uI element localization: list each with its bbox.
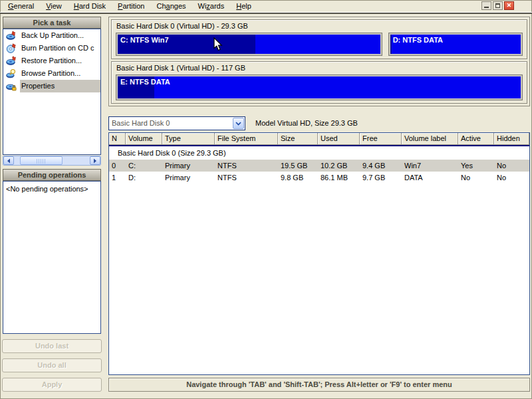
disk-1-section: Basic Hard Disk 1 (Virtual HD) - 117 GB …	[111, 61, 527, 104]
task-item-burn-partition-cd[interactable]: Burn Partition on CD c	[3, 42, 100, 55]
table-cell: No	[458, 172, 494, 184]
menu-help[interactable]: Help	[230, 1, 257, 11]
partition-label: C: NTFS Win7	[120, 36, 169, 44]
task-label: Burn Partition on CD c	[20, 42, 100, 55]
table-cell: DATA	[402, 172, 458, 184]
task-item-backup-partition[interactable]: Back Up Partition...	[3, 29, 100, 42]
table-row[interactable]: 0 C: Primary NTFS 19.5 GB 10.2 GB 9.4 GB…	[109, 160, 529, 172]
partition-bar-c[interactable]: C: NTFS Win7	[116, 33, 382, 56]
menu-wizards[interactable]: Wizards	[192, 1, 231, 11]
pending-operations-header: Pending operations	[3, 169, 101, 181]
mouse-cursor	[213, 37, 223, 52]
restore-partition-icon	[6, 56, 17, 66]
table-cell: 19.5 GB	[278, 160, 318, 172]
task-label: Back Up Partition...	[20, 29, 100, 42]
partition-bar-e[interactable]: E: NTFS DATA	[116, 74, 523, 100]
disk-0-title: Basic Hard Disk 0 (Virtual HD) - 29.3 GB	[112, 20, 527, 30]
task-item-restore-partition[interactable]: Restore Partition...	[3, 55, 100, 67]
table-header-row: N Volume Type File System Size Used Free…	[109, 133, 529, 145]
disk-info-text: Model Virtual HD, Size 29.3 GB	[255, 116, 358, 130]
properties-icon	[6, 81, 17, 92]
menu-hard-disk[interactable]: Hard Disk	[68, 1, 112, 11]
disk-selector-combobox[interactable]: Basic Hard Disk 0	[108, 116, 245, 130]
minimize-button[interactable]	[481, 1, 491, 10]
window-controls: ✕	[481, 1, 514, 10]
used-space	[390, 35, 392, 54]
task-item-properties[interactable]: Properties	[3, 80, 100, 92]
task-label: Properties	[20, 80, 100, 92]
table-cell: 9.4 GB	[360, 160, 402, 172]
sidebar: Pick a task Back Up Partition... Burn Pa…	[0, 14, 106, 399]
tasks-panel-header: Pick a task	[3, 17, 101, 29]
menu-general[interactable]: General	[2, 1, 40, 11]
menu-view[interactable]: View	[40, 1, 68, 11]
disk-1-title: Basic Hard Disk 1 (Virtual HD) - 117 GB	[112, 62, 527, 72]
combo-selected-value: Basic Hard Disk 0	[112, 119, 170, 127]
scroll-right-button[interactable]	[90, 156, 100, 165]
volumes-table: N Volume Type File System Size Used Free…	[108, 132, 530, 375]
close-icon: ✕	[507, 3, 512, 9]
browse-partition-icon	[6, 68, 17, 79]
partition-label: D: NTFS DATA	[393, 36, 443, 44]
column-header-size[interactable]: Size	[278, 133, 318, 145]
table-cell: No	[494, 160, 529, 172]
column-header-hidden[interactable]: Hidden	[494, 133, 529, 145]
disk-map-panel: Basic Hard Disk 0 (Virtual HD) - 29.3 GB…	[108, 17, 530, 106]
table-cell: No	[494, 172, 529, 184]
table-cell: Yes	[458, 160, 494, 172]
disk-selector-row: Basic Hard Disk 0 Model Virtual HD, Size…	[108, 116, 530, 130]
column-header-used[interactable]: Used	[318, 133, 360, 145]
menu-changes[interactable]: Changes	[150, 1, 192, 11]
table-cell: NTFS	[215, 172, 278, 184]
burn-cd-icon	[6, 43, 17, 54]
task-list-horizontal-scrollbar[interactable]	[3, 156, 101, 166]
column-header-active[interactable]: Active	[458, 133, 494, 145]
column-header-volume-label[interactable]: Volume label	[402, 133, 458, 145]
table-cell: C:	[126, 160, 162, 172]
menu-bar: General View Hard Disk Partition Changes…	[0, 0, 532, 12]
table-cell: 9.7 GB	[360, 172, 402, 184]
column-header-n[interactable]: N	[109, 133, 126, 145]
undo-all-button[interactable]: Undo all	[2, 358, 102, 372]
task-label: Restore Partition...	[20, 55, 100, 67]
status-bar: Navigate through 'TAB' and 'Shift-TAB'; …	[108, 378, 530, 392]
backup-partition-icon	[6, 31, 17, 41]
table-cell: Win7	[402, 160, 458, 172]
column-header-free[interactable]: Free	[360, 133, 402, 145]
task-label: Browse Partition...	[20, 67, 100, 80]
scroll-left-button[interactable]	[3, 156, 14, 165]
table-cell: D:	[126, 172, 162, 184]
disk-1-bars: E: NTFS DATA	[116, 74, 523, 100]
disk-group-row: Basic Hard Disk 0 (Size 29.3 GB)	[109, 146, 529, 160]
table-cell: 86.1 MB	[318, 172, 360, 184]
table-cell: NTFS	[215, 160, 278, 172]
combo-dropdown-button[interactable]	[233, 118, 244, 129]
maximize-button[interactable]	[493, 1, 503, 10]
partition-label: E: NTFS DATA	[120, 78, 170, 86]
column-header-volume[interactable]: Volume	[126, 133, 162, 145]
maximize-icon	[495, 3, 500, 8]
close-button[interactable]: ✕	[504, 1, 514, 10]
app-window: General View Hard Disk Partition Changes…	[0, 0, 532, 399]
column-header-type[interactable]: Type	[162, 133, 215, 145]
undo-last-button[interactable]: Undo last	[2, 339, 102, 353]
table-row[interactable]: 1 D: Primary NTFS 9.8 GB 86.1 MB 9.7 GB …	[109, 172, 529, 184]
arrow-right-icon	[93, 158, 97, 164]
table-cell: Primary	[162, 160, 215, 172]
scrollbar-thumb[interactable]	[20, 156, 63, 165]
partition-bar-d[interactable]: D: NTFS DATA	[388, 33, 523, 56]
minimize-icon	[484, 7, 489, 8]
task-list: Back Up Partition... Burn Partition on C…	[3, 29, 101, 155]
pending-operations-panel: <No pending operations>	[3, 181, 101, 334]
apply-button[interactable]: Apply	[2, 378, 102, 392]
table-cell: 1	[109, 172, 126, 184]
disk-0-bars: C: NTFS Win7 D: NTFS DATA	[116, 33, 523, 56]
table-cell: 9.8 GB	[278, 172, 318, 184]
column-header-file-system[interactable]: File System	[215, 133, 278, 145]
task-item-browse-partition[interactable]: Browse Partition...	[3, 67, 100, 80]
pending-empty-text: <No pending operations>	[6, 185, 88, 193]
menu-partition[interactable]: Partition	[112, 1, 150, 11]
table-cell: Primary	[162, 172, 215, 184]
chevron-down-icon	[235, 122, 241, 126]
table-cell: 10.2 GB	[318, 160, 360, 172]
